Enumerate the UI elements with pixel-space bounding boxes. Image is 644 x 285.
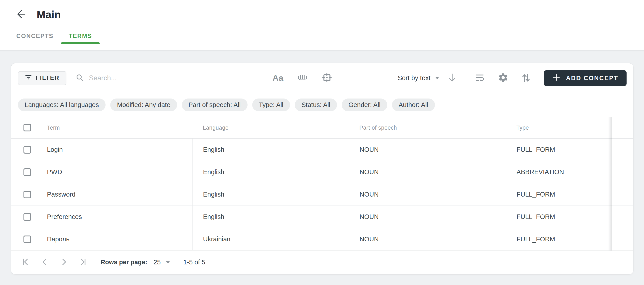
terms-table: Term Language Part of speech Type Logi (11, 117, 633, 250)
table-option-icons (474, 72, 531, 84)
chevron-right-icon (59, 257, 69, 267)
row-checkbox[interactable] (24, 235, 31, 243)
part-of-speech-value: NOUN (360, 191, 378, 198)
header-cell-type: Type (506, 117, 612, 138)
language-value: English (203, 168, 224, 176)
table-body: Login English NOUN FULL_FORM (11, 139, 633, 250)
select-all-checkbox[interactable] (24, 124, 31, 131)
rows-per-page-value: 25 (154, 258, 160, 266)
type-cell: FULL_FORM (506, 183, 612, 205)
column-header-language: Language (203, 124, 228, 131)
language-cell: English (192, 161, 349, 183)
last-page-button[interactable] (78, 257, 88, 267)
language-value: English (203, 213, 224, 220)
column-header-term: Term (47, 124, 60, 131)
tab-terms[interactable]: TERMS (61, 29, 100, 44)
type-cell: ABBREVIATION (506, 161, 612, 183)
sort-direction-button[interactable] (448, 73, 456, 84)
focus-frame-button[interactable] (321, 72, 333, 84)
filter-button[interactable]: FILTER (18, 71, 66, 85)
back-button[interactable] (15, 8, 27, 21)
match-case-icon: Aa (272, 73, 284, 83)
content-area: FILTER Aa (0, 50, 644, 285)
part-of-speech-value: NOUN (360, 213, 378, 220)
tab-bar: CONCEPTS TERMS (0, 29, 644, 44)
term-value: Password (47, 191, 75, 198)
term-value: Пароль (47, 235, 70, 243)
first-page-icon (21, 257, 30, 267)
part-of-speech-value: NOUN (360, 168, 378, 176)
plus-icon (552, 73, 560, 83)
wrap-text-button[interactable] (474, 72, 485, 84)
type-cell: FULL_FORM (506, 228, 612, 250)
table-row[interactable]: Login English NOUN FULL_FORM (11, 139, 633, 161)
filter-chip[interactable]: Type: All (252, 99, 290, 111)
column-header-type: Type (516, 124, 529, 131)
language-value: English (203, 146, 224, 153)
term-cell: Password (11, 183, 192, 205)
add-concept-button[interactable]: ADD CONCEPT (544, 70, 626, 86)
actions-cell (612, 139, 633, 161)
toolbar: FILTER Aa (11, 63, 633, 93)
rows-per-page-select[interactable]: 25 (154, 258, 170, 266)
table-row[interactable]: Пароль Ukrainian NOUN FULL_FORM (11, 228, 633, 250)
filter-chip[interactable]: Author: All (392, 99, 435, 111)
actions-cell (612, 228, 633, 250)
tab-concepts[interactable]: CONCEPTS (9, 29, 61, 44)
page-title: Main (37, 8, 61, 21)
arrow-down-icon (448, 73, 456, 84)
previous-page-button[interactable] (40, 257, 50, 267)
rows-per-page-label: Rows per page: (100, 258, 147, 266)
filter-chip[interactable]: Gender: All (342, 99, 387, 111)
arrow-left-icon (16, 9, 26, 20)
filter-chip[interactable]: Part of speech: All (182, 99, 248, 111)
next-page-button[interactable] (59, 257, 69, 267)
type-value: FULL_FORM (516, 235, 555, 243)
type-cell: FULL_FORM (506, 206, 612, 228)
sort-by-label: Sort by text (398, 74, 430, 82)
actions-cell (612, 161, 633, 183)
settings-button[interactable] (498, 72, 508, 84)
filter-chip[interactable]: Modified: Any date (110, 99, 177, 111)
page-header: Main CONCEPTS TERMS (0, 0, 644, 50)
type-value: FULL_FORM (516, 146, 555, 153)
row-checkbox[interactable] (24, 213, 31, 221)
type-value: FULL_FORM (516, 213, 555, 220)
title-row: Main (0, 0, 644, 29)
match-case-button[interactable]: Aa (272, 73, 284, 83)
table-row[interactable]: PWD English NOUN ABBREVIATION (11, 161, 633, 183)
sort-by-select[interactable]: Sort by text (398, 74, 439, 82)
barcode-button[interactable] (296, 73, 308, 83)
table-row[interactable]: Password English NOUN FULL_FORM (11, 183, 633, 206)
term-value: Login (47, 146, 63, 153)
barcode-icon (296, 73, 308, 83)
row-checkbox[interactable] (24, 146, 31, 154)
filter-button-label: FILTER (36, 75, 60, 82)
row-checkbox[interactable] (24, 191, 31, 198)
filter-chip[interactable]: Languages: All languages (18, 99, 106, 111)
first-page-button[interactable] (20, 257, 30, 267)
swap-vertical-icon (521, 72, 531, 84)
actions-cell (612, 206, 633, 228)
last-page-icon (78, 257, 88, 267)
language-cell: English (192, 183, 349, 205)
part-of-speech-value: NOUN (360, 235, 378, 243)
row-checkbox[interactable] (24, 168, 31, 176)
language-cell: English (192, 139, 349, 161)
filter-chip[interactable]: Status: All (295, 99, 337, 111)
focus-frame-icon (321, 72, 333, 84)
pagination-range: 1-5 of 5 (183, 258, 205, 266)
type-value: FULL_FORM (516, 191, 555, 198)
swap-vertical-button[interactable] (521, 72, 531, 84)
part-of-speech-value: NOUN (360, 146, 378, 153)
table-row[interactable]: Preferences English NOUN FULL_FORM (11, 206, 633, 228)
caret-down-icon (435, 77, 439, 79)
gear-icon (498, 72, 508, 84)
caret-down-icon (166, 261, 170, 263)
part-of-speech-cell: NOUN (349, 161, 506, 183)
wrap-text-icon (474, 72, 485, 84)
terms-card: FILTER Aa (11, 63, 633, 274)
filter-chips: Languages: All languagesModified: Any da… (11, 93, 633, 117)
search-input[interactable] (89, 74, 255, 82)
search-box (76, 74, 255, 83)
